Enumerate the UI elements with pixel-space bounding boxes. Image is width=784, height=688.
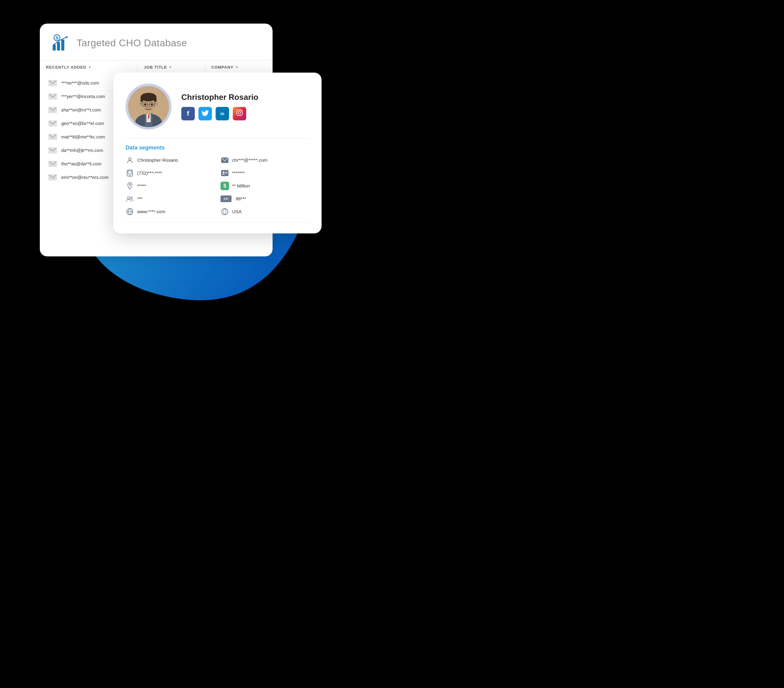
- linkedin-icon: in: [221, 111, 224, 116]
- col-job-title[interactable]: JOB TITLE ▼: [138, 61, 205, 74]
- website-icon: [125, 207, 134, 216]
- email-text: da**mh@jk**rm.com: [61, 148, 103, 153]
- svg-text:$: $: [56, 36, 58, 40]
- chevron-down-icon: ▼: [235, 66, 239, 69]
- svg-point-38: [238, 112, 241, 114]
- data-revenue-row: $ ** Million: [221, 181, 309, 190]
- location-icon: [125, 181, 134, 190]
- data-email-row: chr***@*****.com: [221, 156, 309, 165]
- instagram-button[interactable]: [233, 107, 246, 120]
- phone-icon: [125, 169, 134, 177]
- email-icon: [48, 161, 57, 167]
- svg-point-44: [130, 175, 130, 175]
- profile-name: Christopher Rosario: [181, 92, 309, 102]
- svg-point-32: [144, 104, 147, 106]
- data-employees-value: ***: [137, 196, 143, 201]
- email-icon: [48, 174, 57, 180]
- database-title: Targeted CHO Database: [77, 37, 187, 49]
- data-phone-row: (732)***-****: [125, 169, 214, 177]
- svg-point-39: [241, 111, 241, 111]
- data-country-value: USA: [232, 209, 242, 214]
- data-location-value: *****: [137, 183, 146, 188]
- col-recently-added-label: RECENTLY ADDED: [46, 65, 86, 69]
- twitter-button[interactable]: [198, 107, 212, 120]
- data-location-row: *****: [125, 181, 214, 190]
- data-website-value: www.****.com: [137, 209, 165, 214]
- facebook-button[interactable]: f: [181, 107, 195, 120]
- svg-rect-47: [222, 174, 225, 175]
- email-text: ***yer**@incorta.com: [61, 94, 105, 99]
- chevron-down-icon: ▼: [169, 66, 172, 69]
- social-icons: f in: [181, 107, 309, 120]
- person-icon: [125, 156, 134, 165]
- facebook-icon: f: [187, 110, 189, 118]
- scene: $ Targeted CHO Database RECENTLY ADDED ▼: [28, 12, 364, 333]
- email-icon: [221, 156, 229, 165]
- email-text: tho**as@da**il.com: [61, 161, 101, 166]
- svg-rect-49: [226, 173, 227, 174]
- svg-point-50: [129, 184, 131, 185]
- profile-header: Christopher Rosario f in: [125, 84, 309, 139]
- data-segments-grid: Christopher Rosario chr***@*****.com (73…: [125, 156, 309, 216]
- avatar: [128, 86, 169, 127]
- data-employees-row: ***: [125, 195, 214, 203]
- svg-point-33: [151, 104, 153, 106]
- svg-point-26: [155, 102, 158, 106]
- email-icon: [48, 93, 57, 99]
- svg-point-51: [127, 197, 130, 199]
- svg-point-36: [143, 110, 149, 114]
- col-company[interactable]: COMPANY ▼: [205, 61, 273, 74]
- data-revenue-value: ** Million: [232, 183, 250, 188]
- column-headers: RECENTLY ADDED ▼ JOB TITLE ▼ COMPANY ▼: [40, 60, 273, 74]
- email-icon: [48, 147, 57, 153]
- svg-point-56: [222, 209, 228, 215]
- data-zip-value: 88***: [236, 196, 246, 201]
- svg-point-52: [130, 197, 132, 199]
- chevron-down-icon: ▼: [88, 66, 92, 69]
- data-zip-row: ZIP 88***: [221, 195, 309, 203]
- data-name-row: Christopher Rosario: [125, 156, 214, 165]
- data-email-value: chr***@*****.com: [232, 157, 267, 163]
- id-icon: [221, 169, 229, 177]
- data-phone-value: (732)***-****: [137, 170, 162, 175]
- svg-rect-48: [226, 172, 227, 172]
- svg-rect-3: [53, 45, 56, 51]
- svg-rect-45: [221, 170, 229, 176]
- svg-rect-43: [128, 171, 132, 174]
- card-header: $ Targeted CHO Database: [40, 33, 273, 60]
- email-icon: [48, 134, 57, 140]
- group-icon: [125, 195, 134, 203]
- data-segments-title: Data segments: [125, 145, 309, 151]
- dollar-icon: $: [221, 181, 229, 190]
- data-id-row: *******: [221, 169, 309, 177]
- profile-card: Christopher Rosario f in: [113, 73, 321, 233]
- col-company-label: COMPANY: [211, 65, 233, 69]
- avatar-ring: [125, 84, 171, 130]
- profile-info: Christopher Rosario f in: [181, 92, 309, 120]
- data-country-row: USA: [221, 207, 309, 216]
- logo-icon: $: [51, 33, 71, 53]
- data-website-row: www.****.com: [125, 207, 214, 216]
- email-icon: [48, 120, 57, 127]
- data-name-value: Christopher Rosario: [137, 157, 178, 163]
- email-icon: [48, 80, 57, 86]
- col-job-title-label: JOB TITLE: [144, 65, 167, 69]
- email-text: mat**kl@me**kc.com: [61, 134, 105, 139]
- data-id-value: *******: [232, 170, 245, 175]
- instagram-icon: [236, 109, 243, 118]
- col-recently-added[interactable]: RECENTLY ADDED ▼: [40, 61, 138, 74]
- email-text: emi**on@reu**ers.com: [61, 175, 109, 180]
- email-text: sha**on@ro**t.com: [61, 107, 101, 112]
- svg-point-25: [139, 102, 142, 106]
- email-icon: [48, 107, 57, 113]
- svg-rect-4: [57, 42, 60, 51]
- svg-point-46: [222, 172, 224, 173]
- linkedin-button[interactable]: in: [216, 107, 229, 120]
- svg-rect-24: [154, 97, 156, 102]
- svg-rect-23: [140, 97, 143, 102]
- zip-icon: ZIP: [221, 195, 232, 202]
- svg-rect-5: [61, 40, 64, 51]
- flag-icon: [221, 207, 229, 216]
- twitter-icon: [201, 110, 209, 118]
- svg-point-6: [66, 36, 68, 38]
